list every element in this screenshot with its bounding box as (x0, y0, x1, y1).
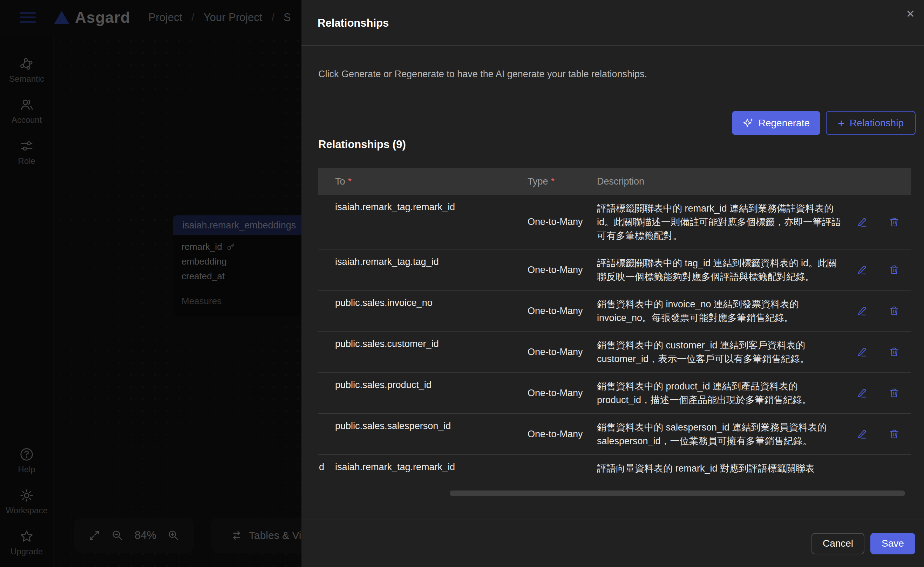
drawer-description: Click Generate or Regenerate to have the… (318, 69, 647, 80)
edit-pencil-icon[interactable] (857, 388, 867, 398)
delete-trash-icon[interactable] (889, 265, 900, 275)
drawer-actions-row: Regenerate + Relationship (732, 111, 916, 135)
delete-trash-icon[interactable] (889, 429, 900, 439)
table-row: public.sales.invoice_no One-to-Many 銷售資料… (318, 290, 910, 332)
row-actions (849, 265, 910, 275)
drawer-title: Relationships (318, 17, 389, 30)
row-actions (849, 388, 910, 398)
save-button[interactable]: Save (870, 533, 915, 554)
row-description: 銷售資料表中的 salesperson_id 連結到業務員資料表的 salesp… (592, 414, 849, 454)
delete-trash-icon[interactable] (889, 305, 900, 316)
table-row: isaiah.remark_tag.tag_id One-to-Many 評語標… (318, 250, 910, 290)
row-type: One-to-Many (522, 265, 592, 275)
row-to: isaiah.remark_tag.remark_id (318, 455, 522, 482)
regenerate-label: Regenerate (759, 117, 810, 129)
drawer-header: Relationships ✕ (302, 0, 924, 46)
row-to: public.sales.customer_id (318, 332, 522, 372)
row-type: One-to-Many (522, 305, 592, 316)
row-actions (849, 305, 910, 316)
edit-pencil-icon[interactable] (857, 265, 867, 275)
table-header-row: To* Type* Description (318, 168, 910, 195)
edit-pencil-icon[interactable] (857, 217, 867, 227)
row-description: 評語向量資料表的 remark_id 對應到評語標籤關聯表 (592, 455, 849, 482)
delete-trash-icon[interactable] (889, 388, 900, 398)
row-to: isaiah.remark_tag.remark_id (318, 195, 522, 249)
app-root: Asgard Project / Your Project / S Semant… (0, 0, 924, 567)
edit-pencil-icon[interactable] (857, 347, 867, 357)
horizontal-scrollbar[interactable] (450, 490, 905, 496)
sparkle-icon (742, 117, 754, 129)
row-actions (849, 429, 910, 439)
add-relationship-label: Relationship (850, 117, 904, 129)
row-overflow-fragment: d (319, 462, 324, 472)
row-description: 評語標籤關聯表中的 tag_id 連結到標籤資料表的 id。此關聯反映一個標籤能… (592, 250, 849, 290)
row-to: public.sales.invoice_no (318, 290, 522, 331)
close-icon[interactable]: ✕ (906, 8, 915, 20)
row-type: One-to-Many (522, 217, 592, 227)
relationships-drawer: Relationships ✕ Click Generate or Regene… (302, 0, 924, 567)
relationships-rows: isaiah.remark_tag.remark_id One-to-Many … (318, 195, 910, 482)
column-header-to: To* (318, 176, 522, 187)
row-description: 銷售資料表中的 customer_id 連結到客戶資料表的 customer_i… (592, 332, 849, 372)
row-description: 銷售資料表中的 product_id 連結到產品資料表的 product_id，… (592, 373, 849, 413)
row-description: 銷售資料表中的 invoice_no 連結到發票資料表的 invoice_no。… (592, 290, 849, 331)
row-actions (849, 347, 910, 357)
table-row: isaiah.remark_tag.remark_id One-to-Many … (318, 195, 910, 250)
row-actions (849, 217, 910, 227)
required-asterisk: * (348, 176, 352, 186)
delete-trash-icon[interactable] (889, 217, 900, 227)
relationships-table: To* Type* Description isaiah.remark_tag.… (318, 168, 910, 499)
row-to: public.sales.salesperson_id (318, 414, 522, 454)
row-description: 評語標籤關聯表中的 remark_id 連結到業務備註資料表的 id。此關聯描述… (592, 195, 849, 249)
drawer-footer: Cancel Save (302, 520, 924, 567)
regenerate-button[interactable]: Regenerate (732, 111, 820, 135)
row-to: isaiah.remark_tag.tag_id (318, 250, 522, 290)
column-header-description: Description (592, 176, 849, 187)
edit-pencil-icon[interactable] (857, 305, 867, 316)
row-to: public.sales.product_id (318, 373, 522, 413)
row-type: One-to-Many (522, 347, 592, 358)
row-type: One-to-Many (522, 429, 592, 440)
column-header-type: Type* (522, 176, 592, 187)
table-row: public.sales.customer_id One-to-Many 銷售資… (318, 332, 910, 373)
delete-trash-icon[interactable] (889, 347, 900, 357)
relationships-count-title: Relationships (9) (318, 138, 406, 151)
cancel-button[interactable]: Cancel (812, 533, 864, 554)
required-asterisk: * (551, 176, 555, 186)
add-relationship-button[interactable]: + Relationship (826, 111, 916, 135)
table-row: d isaiah.remark_tag.remark_id 評語向量資料表的 r… (318, 455, 910, 482)
row-type: One-to-Many (522, 388, 592, 399)
table-row: public.sales.product_id One-to-Many 銷售資料… (318, 373, 910, 414)
table-row: public.sales.salesperson_id One-to-Many … (318, 414, 910, 455)
edit-pencil-icon[interactable] (857, 429, 867, 439)
